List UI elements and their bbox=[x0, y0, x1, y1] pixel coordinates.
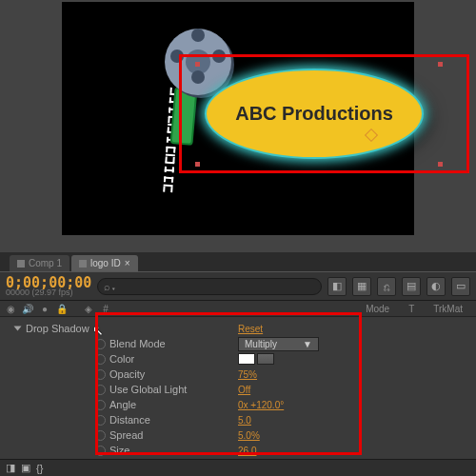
label-column-icon[interactable]: ◈ bbox=[82, 304, 95, 314]
layer-properties: ↖ Drop Shadow Reset Blend Mode Multiply▼… bbox=[0, 317, 476, 462]
search-input[interactable]: ⌕▾ bbox=[97, 278, 322, 295]
close-icon[interactable]: × bbox=[125, 258, 130, 268]
t-column[interactable]: T bbox=[408, 304, 414, 314]
tab-bar: Comp 1 logo ID × bbox=[0, 252, 476, 271]
frame-blend-button[interactable]: ▤ bbox=[402, 277, 421, 296]
canvas[interactable]: ABC Productions bbox=[62, 2, 414, 235]
toggle-switches-button[interactable]: ◨ bbox=[6, 462, 15, 474]
chevron-down-icon: ▼ bbox=[303, 339, 312, 349]
distance-value[interactable]: 5.0 bbox=[238, 415, 251, 426]
solo-column-icon[interactable]: ● bbox=[38, 304, 51, 314]
annotation-highlight bbox=[179, 54, 469, 173]
trkmat-column[interactable]: TrkMat bbox=[433, 304, 463, 314]
graph-editor-button[interactable]: ▭ bbox=[451, 277, 470, 296]
timeline-toolbar: 0;00;00;00 00000 (29.97 fps) ⌕▾ ◧ ▦ ⎌ ▤ … bbox=[0, 271, 476, 300]
audio-column-icon[interactable]: 🔊 bbox=[21, 304, 34, 314]
stopwatch-icon[interactable] bbox=[95, 369, 106, 380]
color-swatch[interactable] bbox=[238, 353, 255, 365]
stopwatch-icon[interactable] bbox=[95, 354, 106, 365]
reset-link[interactable]: Reset bbox=[238, 324, 263, 334]
column-header-row: ◉ 🔊 ● 🔒 ◈ # Mode T TrkMat bbox=[0, 300, 476, 317]
stopwatch-icon[interactable] bbox=[95, 400, 106, 410]
angle-value[interactable]: 0x +120.0° bbox=[238, 400, 284, 410]
timeline-panel: Comp 1 logo ID × 0;00;00;00 00000 (29.97… bbox=[0, 252, 476, 476]
prop-global-light: Use Global Light Off bbox=[95, 382, 476, 397]
prop-distance: Distance 5.0 bbox=[95, 412, 476, 427]
toggle-modes-button[interactable]: ▣ bbox=[21, 462, 30, 474]
search-icon: ⌕▾ bbox=[104, 281, 117, 292]
composition-preview: ABC Productions bbox=[0, 0, 476, 252]
composition-mini-flowchart-button[interactable]: ◧ bbox=[327, 277, 347, 296]
prop-angle: Angle 0x +120.0° bbox=[95, 397, 476, 412]
effect-header-row[interactable]: Drop Shadow Reset bbox=[95, 321, 476, 336]
lock-column-icon[interactable]: 🔒 bbox=[55, 304, 69, 314]
global-light-value[interactable]: Off bbox=[238, 385, 250, 395]
eyedropper-button[interactable] bbox=[257, 353, 274, 365]
tab-logo-id[interactable]: logo ID × bbox=[71, 255, 138, 271]
blend-mode-dropdown[interactable]: Multiply▼ bbox=[238, 337, 319, 351]
stopwatch-icon[interactable] bbox=[95, 446, 106, 456]
prop-opacity: Opacity 75% bbox=[95, 367, 476, 382]
prop-size: Size 26.0 bbox=[95, 443, 476, 458]
effect-name: Drop Shadow bbox=[26, 323, 89, 334]
timeline-footer: ◨ ▣ {} bbox=[0, 459, 476, 476]
draft-3d-button[interactable]: ▦ bbox=[352, 277, 371, 296]
brackets-icon[interactable]: {} bbox=[36, 463, 43, 474]
prop-spread: Spread 5.0% bbox=[95, 427, 476, 443]
number-column-icon[interactable]: # bbox=[99, 304, 112, 314]
video-column-icon[interactable]: ◉ bbox=[4, 304, 17, 314]
tab-label: logo ID bbox=[90, 258, 121, 268]
stopwatch-icon[interactable] bbox=[95, 430, 106, 441]
stopwatch-icon[interactable] bbox=[95, 385, 106, 395]
stopwatch-icon[interactable] bbox=[95, 339, 106, 349]
size-value[interactable]: 26.0 bbox=[238, 446, 256, 456]
prop-blend-mode: Blend Mode Multiply▼ bbox=[95, 336, 476, 351]
stopwatch-icon[interactable] bbox=[95, 415, 106, 426]
mode-column[interactable]: Mode bbox=[366, 304, 389, 314]
tab-label: Comp 1 bbox=[29, 258, 62, 268]
motion-blur-button[interactable]: ◐ bbox=[426, 277, 446, 296]
disclosure-triangle-icon[interactable] bbox=[14, 327, 22, 331]
opacity-value[interactable]: 75% bbox=[238, 369, 257, 380]
prop-color: Color bbox=[95, 351, 476, 367]
spread-value[interactable]: 5.0% bbox=[238, 430, 260, 441]
comp-icon bbox=[17, 260, 25, 268]
tab-comp1[interactable]: Comp 1 bbox=[10, 255, 69, 271]
shy-button[interactable]: ⎌ bbox=[377, 277, 396, 296]
comp-icon bbox=[79, 260, 87, 268]
